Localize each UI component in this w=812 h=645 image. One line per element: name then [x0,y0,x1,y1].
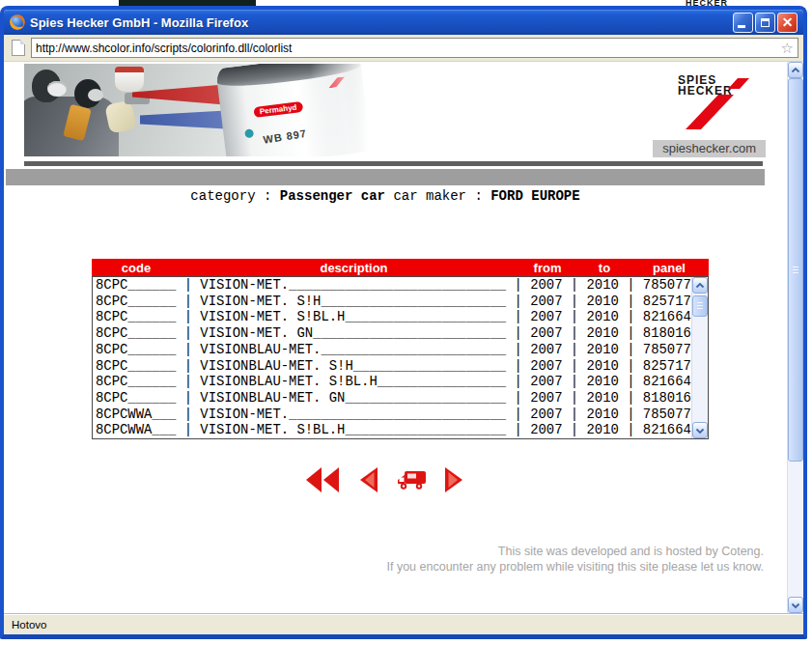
scroll-thumb[interactable] [692,295,708,317]
footer-line1: This site was developed and is hosted by… [387,545,765,560]
table-row: 8CPC______ | VISIONBLAU-MET. GN_________… [96,390,691,407]
table-row: 8CPC______ | VISIONBLAU-MET.____________… [96,342,691,358]
car-maker-value: FORD EUROPE [490,188,579,204]
photo-fade [310,64,368,156]
can-brand-label: Permahyd [253,101,303,118]
site-footer: This site was developed and is hosted by… [387,545,765,575]
domain-label: spieshecker.com [653,140,766,157]
bookmark-star-icon[interactable]: ☆ [781,41,794,55]
screen: HECKER Spies Hecker GmbH - Mozilla Firef… [0,0,812,645]
can-badge [244,128,254,138]
firefox-icon [10,14,25,30]
category-label: category : [190,188,279,204]
respirator-mask [88,89,103,101]
table-row: 8CPC______ | VISIONBLAU-MET. S!H________… [96,358,691,375]
next-page-button[interactable] [443,465,466,494]
table-row: 8CPCWWA___ | VISION-MET. S!BL.H_________… [96,422,691,438]
car-maker-label: car maker : [385,188,490,204]
scroll-track[interactable] [788,78,803,597]
pagination-nav [4,465,767,494]
category-value: Passenger car [280,188,385,204]
chevron-up-icon [791,67,800,74]
window-controls: ✕ [733,13,798,33]
header-from: from [531,261,564,275]
table-row: 8CPC______ | VISION-MET. GN_____________… [96,325,691,342]
status-bar: Hotovo [4,613,803,634]
scroll-up-button[interactable] [692,277,708,294]
close-button[interactable]: ✕ [777,13,798,33]
web-page: Permahyd WB 897 SPIES HECKER [4,62,787,613]
banner-photo: Permahyd WB 897 [24,64,368,156]
browser-scrollbar[interactable] [787,62,803,613]
maximize-icon [761,18,770,27]
header-code: code [96,261,177,275]
divider-bar-gray [6,169,765,185]
status-text: Hotovo [12,619,46,631]
url-text: http://www.shcolor.info/scripts/colorinf… [36,42,777,55]
spray-gun-cup [115,67,144,92]
table-rows: 8CPC______ | VISION-MET.________________… [93,277,691,438]
can-product-code: WB 897 [263,127,308,146]
window-title: Spies Hecker GmbH - Mozilla Firefox [30,15,733,30]
scroll-track[interactable] [692,294,708,422]
table-row: 8CPC______ | VISION-MET. S!BL.H_________… [96,309,691,325]
scroll-down-button[interactable] [692,422,708,438]
car-list-button[interactable] [395,465,428,494]
previous-page-button[interactable] [356,465,379,494]
chevron-down-icon [695,427,705,435]
first-page-button[interactable] [304,465,341,494]
scroll-up-button[interactable] [788,62,803,78]
divider-bar-dark [24,161,763,166]
table-row: 8CPCWWA___ | VISION-MET.________________… [96,407,691,423]
maximize-button[interactable] [755,13,775,33]
header-description: description [201,261,507,275]
table-header: code description from to panel [92,259,709,276]
minimize-button[interactable] [733,13,753,33]
spies-hecker-logo: SPIES HECKER [672,73,755,133]
page-icon [12,40,25,56]
chevron-down-icon [791,602,800,609]
header-panel: panel [645,261,693,275]
scroll-down-button[interactable] [788,597,803,613]
respirator-mask [47,81,67,97]
table-body: 8CPC______ | VISION-MET.________________… [92,276,709,439]
logo-slash-icon [672,73,755,133]
chevron-up-icon [695,282,705,290]
footer-line2: If you encounter any problem while visit… [387,560,765,575]
minimize-icon [738,25,745,28]
browser-window: Spies Hecker GmbH - Mozilla Firefox ✕ ht… [0,6,807,639]
table-row: 8CPC______ | VISIONBLAU-MET. S!BL.H_____… [96,374,691,390]
table-row: 8CPC______ | VISION-MET. S!H____________… [96,294,691,310]
page-viewport: Permahyd WB 897 SPIES HECKER [4,62,803,613]
close-icon: ✕ [782,15,794,29]
table-scrollbar[interactable] [691,277,708,438]
spray-glove [104,99,137,133]
scroll-thumb[interactable] [788,78,803,462]
title-bar[interactable]: Spies Hecker GmbH - Mozilla Firefox ✕ [4,10,803,35]
color-list-table: code description from to panel 8CPC_____… [92,259,709,439]
table-row: 8CPC______ | VISION-MET.________________… [96,277,691,294]
url-toolbar: http://www.shcolor.info/scripts/colorinf… [4,35,803,62]
address-input[interactable]: http://www.shcolor.info/scripts/colorinf… [31,38,798,58]
category-line: category : Passenger car car maker : FOR… [4,188,767,204]
header-to: to [588,261,621,275]
